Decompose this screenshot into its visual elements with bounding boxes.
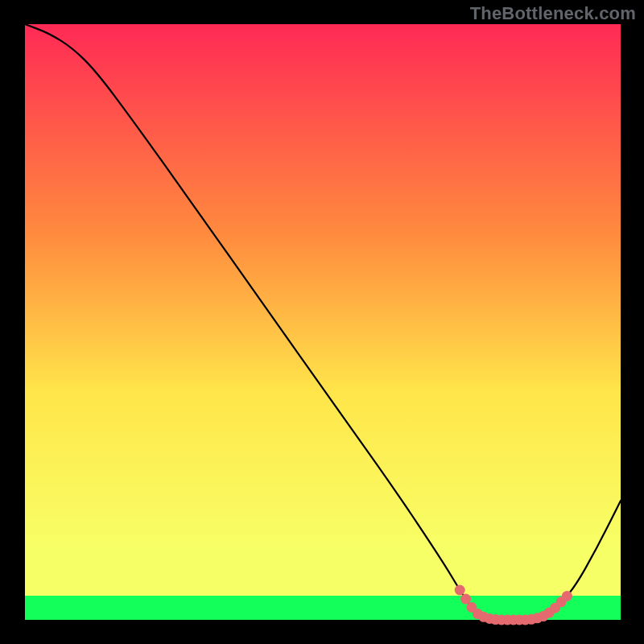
chart-stage: { "watermark": "TheBottleneck.com", "col… xyxy=(0,0,644,644)
watermark-text: TheBottleneck.com xyxy=(470,3,636,24)
curve-marker xyxy=(562,591,572,601)
curve-marker xyxy=(460,594,471,605)
curve-marker xyxy=(455,585,465,596)
bottleneck-chart xyxy=(0,0,644,644)
plot-gradient-background xyxy=(25,24,621,620)
